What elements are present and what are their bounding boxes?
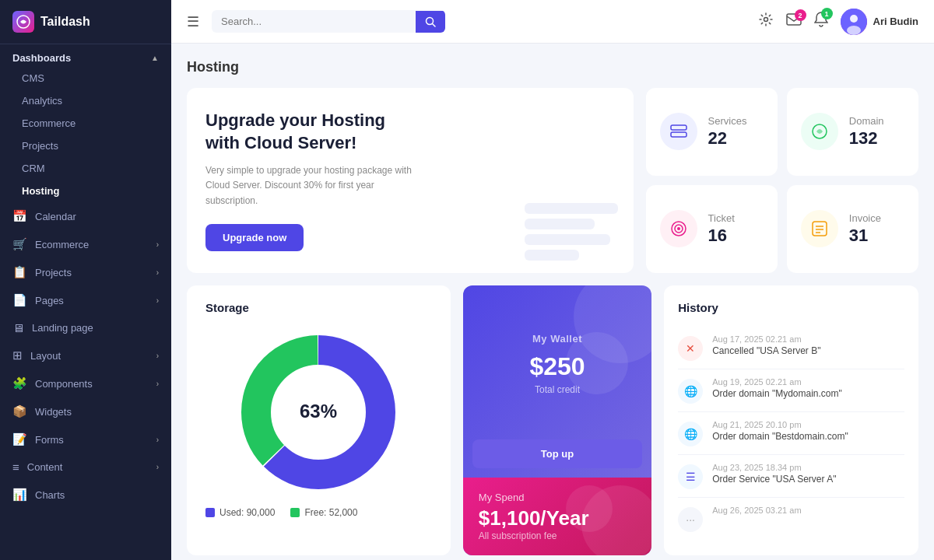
stat-label: Ticket	[708, 212, 735, 224]
main-area: ☰ 2	[171, 0, 934, 560]
sidebar-item-components[interactable]: 🧩Components›	[0, 369, 171, 397]
stat-info: Services22	[708, 115, 747, 149]
stat-label: Domain	[849, 115, 884, 127]
domain-history-icon: 🌐	[678, 422, 703, 446]
sidebar-item-analytics[interactable]: Analytics	[0, 89, 171, 112]
top-row: Upgrade your Hostingwith Cloud Server! V…	[187, 88, 918, 273]
svg-rect-8	[671, 125, 686, 130]
sidebar-item-forms[interactable]: 📝Forms›	[0, 425, 171, 453]
upgrade-button[interactable]: Upgrade now	[205, 224, 304, 251]
search-bar	[212, 10, 445, 33]
storage-card: Storage 63%	[187, 285, 451, 555]
stat-card-ticket: Ticket16	[646, 185, 778, 273]
chevron-right-icon: ›	[156, 463, 159, 471]
ticket-icon	[660, 210, 697, 247]
history-item: ✕Aug 17, 2025 02.21 amCancelled "USA Ser…	[678, 327, 904, 369]
legend-used: Used: 90,000	[205, 507, 275, 518]
nav-icon: 📊	[12, 488, 27, 502]
sidebar-item-cms[interactable]: CMS	[0, 67, 171, 89]
bell-button[interactable]: 1	[814, 12, 828, 31]
stat-info: Domain132	[849, 115, 884, 149]
cancel-history-icon: ✕	[678, 336, 703, 361]
sidebar-main-items: 📅Calendar🛒Ecommerce›📋Projects›📄Pages›🖥La…	[0, 202, 171, 509]
dashboards-section[interactable]: Dashboards ▲	[0, 44, 171, 67]
history-desc: Order domain "Bestdomain.com"	[712, 431, 848, 442]
search-button[interactable]	[416, 11, 445, 33]
settings-button[interactable]	[758, 12, 774, 31]
topup-button[interactable]: Top up	[472, 439, 642, 468]
nav-icon: 📦	[12, 404, 27, 418]
mail-badge: 2	[795, 9, 806, 21]
header-icons: 2 1 Ari Budin	[758, 9, 919, 35]
chevron-right-icon: ›	[156, 240, 159, 249]
svg-point-13	[677, 227, 680, 230]
history-text: Aug 17, 2025 02.21 amCancelled "USA Serv…	[712, 334, 820, 356]
chevron-right-icon: ›	[156, 380, 159, 388]
wallet-sub: Total credit	[535, 384, 580, 395]
service-history-icon: ☰	[678, 464, 703, 489]
history-list: ✕Aug 17, 2025 02.21 amCancelled "USA Ser…	[678, 327, 904, 540]
svg-point-7	[847, 26, 861, 35]
chevron-right-icon: ›	[156, 352, 159, 360]
search-input[interactable]	[212, 10, 416, 33]
sidebar-item-label: Components	[35, 378, 93, 390]
user-name: Ari Budin	[873, 16, 919, 27]
sidebar-item-ecommerce[interactable]: 🛒Ecommerce›	[0, 230, 171, 258]
history-text: Aug 26, 2025 03.21 am	[712, 506, 801, 516]
history-item: 🌐Aug 21, 2025 20.10 pmOrder domain "Best…	[678, 412, 904, 455]
spend-bg-circle-2	[566, 485, 613, 532]
sidebar-item-landing-page[interactable]: 🖥Landing page	[0, 314, 171, 341]
sidebar-item-layout[interactable]: ⊞Layout›	[0, 341, 171, 369]
header: ☰ 2	[171, 0, 934, 44]
sidebar-item-charts[interactable]: 📊Charts	[0, 481, 171, 509]
sidebar-item-calendar[interactable]: 📅Calendar	[0, 202, 171, 230]
sidebar-item-projects[interactable]: 📋Projects›	[0, 258, 171, 286]
sidebar-item-projects[interactable]: Projects	[0, 135, 171, 157]
history-date: Aug 23, 2025 18.34 pm	[712, 463, 836, 472]
stats-grid: Services22Domain132Ticket16Invoice31	[646, 88, 918, 273]
page-title: Hosting	[187, 59, 918, 75]
sidebar-item-label: Calendar	[35, 211, 76, 222]
sidebar-logo[interactable]: Taildash	[0, 0, 171, 44]
sidebar-item-label: Ecommerce	[35, 239, 89, 250]
services-icon	[660, 113, 697, 150]
svg-point-6	[850, 15, 858, 23]
spend-card: My Spend $1,100/Year All subscription fe…	[463, 478, 651, 555]
sidebar-item-content[interactable]: ≡Content›	[0, 453, 171, 481]
svg-point-3	[764, 18, 767, 22]
stat-card-services: Services22	[646, 88, 778, 176]
sidebar-item-label: Landing page	[32, 322, 93, 334]
sidebar-item-widgets[interactable]: 📦Widgets	[0, 397, 171, 425]
banner-description: Very simple to upgrade your hosting pack…	[205, 163, 423, 208]
nav-icon: 📋	[12, 265, 27, 279]
user-avatar-wrap[interactable]: Ari Budin	[841, 9, 919, 35]
sidebar-item-label: Forms	[35, 434, 64, 446]
history-card: History ✕Aug 17, 2025 02.21 amCancelled …	[664, 285, 918, 555]
sidebar-item-pages[interactable]: 📄Pages›	[0, 286, 171, 314]
stat-value: 31	[849, 226, 881, 246]
history-title: History	[678, 301, 904, 314]
sidebar-item-hosting[interactable]: Hosting	[0, 180, 171, 202]
content-area: Hosting Upgrade your Hostingwith Cloud S…	[171, 44, 934, 560]
donut-legend: Used: 90,000 Free: 52,000	[205, 507, 432, 518]
stat-value: 22	[708, 128, 747, 149]
stat-label: Services	[708, 115, 747, 127]
free-dot	[290, 508, 300, 517]
stat-value: 132	[849, 128, 884, 149]
banner-title: Upgrade your Hostingwith Cloud Server!	[205, 110, 615, 154]
sidebar-item-ecommerce[interactable]: Ecommerce	[0, 112, 171, 135]
history-date: Aug 26, 2025 03.21 am	[712, 506, 801, 515]
hamburger-icon[interactable]: ☰	[187, 13, 199, 30]
nav-icon: 📄	[12, 293, 27, 307]
mail-button[interactable]: 2	[786, 13, 802, 30]
sidebar-item-crm[interactable]: CRM	[0, 157, 171, 180]
history-text: Aug 21, 2025 20.10 pmOrder domain "Bestd…	[712, 420, 848, 442]
history-item: ☰Aug 23, 2025 18.34 pmOrder Service "USA…	[678, 455, 904, 498]
domain-history-icon: 🌐	[678, 379, 703, 404]
sidebar-item-label: Projects	[35, 267, 72, 278]
invoice-icon	[801, 210, 838, 247]
history-date: Aug 17, 2025 02.21 am	[712, 334, 820, 344]
free-label: Free: 52,000	[304, 507, 357, 518]
svg-rect-9	[671, 132, 686, 137]
donut-chart: 63%	[205, 327, 432, 498]
